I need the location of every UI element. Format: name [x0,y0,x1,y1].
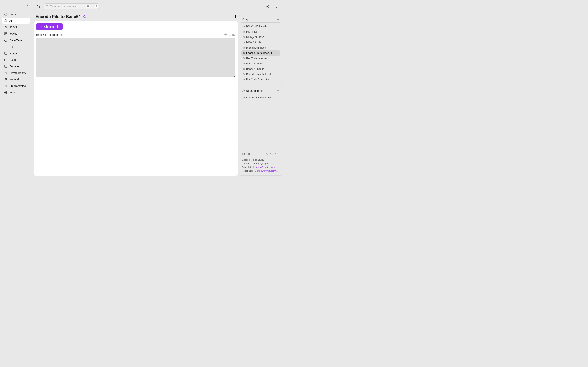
all-tools-list[interactable]: HMAC-MD4 Hash MD4 Hash MD6_224 Hash MD6_… [241,24,280,82]
sidebar-item-color[interactable]: Color [2,57,30,63]
lightning-icon [4,84,7,87]
tool-panel: Encode File to Base64 Choose File Base64… [34,12,238,175]
copy-button[interactable]: Copy [224,33,235,36]
copy-icon [224,33,227,36]
related-tools-header[interactable]: Related Tools [241,88,280,94]
sidebar-item-label: All [9,19,12,22]
tool-item[interactable]: HMAC-MD4 Hash [241,24,280,29]
clock-icon [4,39,7,42]
home-icon [4,12,7,16]
check-icon[interactable] [273,153,276,155]
sidebar-item-datetime[interactable]: Date/Time [2,37,30,43]
panel-toggle-button[interactable] [233,15,236,18]
svg-rect-0 [4,33,5,33]
info-tool-name: Encode File to Base64 [242,159,279,161]
tool-item[interactable]: Base32 Decode [241,61,280,66]
sidebar-item-yaml[interactable]: YAML [2,31,30,37]
bell-icon [243,57,245,59]
search-input[interactable] [50,5,84,8]
svg-point-14 [268,7,269,8]
sidebar-item-label: Web [9,91,15,94]
sidebar-item-network[interactable]: Network [2,76,30,82]
bell-icon [243,73,245,75]
globe-icon [4,91,7,94]
palette-icon [4,58,7,61]
search-icon [45,5,48,8]
sidebar-item-home[interactable]: Home [2,11,30,17]
globe-icon[interactable] [270,153,273,155]
all-tools-header[interactable]: All [241,17,280,23]
page-title: Encode File to Base64 [35,14,81,19]
tool-item[interactable]: Bar Code Generator [241,77,280,82]
tool-item[interactable]: MD4 Hash [241,29,280,34]
tool-item[interactable]: MD6_384 Hash [241,40,280,45]
tool-item[interactable]: Base32 Encode [241,66,280,72]
sidebar-item-text[interactable]: Text [2,44,30,50]
right-panel: All HMAC-MD4 Hash MD4 Hash MD6_224 Hash … [239,15,282,175]
sidebar: Home All JSON YAML Date/Time Text Image [0,0,32,177]
choose-file-label: Choose File [44,25,60,28]
tool-item-label: Bar Code Generator [246,78,269,81]
tool-link[interactable]: https://t.he3app.co... [253,166,277,168]
sidebar-item-label: Encode [9,65,19,68]
kbd-k: K [95,5,98,8]
image-icon [4,52,7,55]
sidebar-item-web[interactable]: Web [2,89,30,95]
chevron-down-icon[interactable] [277,153,279,155]
output-textarea[interactable] [36,38,235,77]
svg-point-6 [5,53,6,53]
sidebar-item-json[interactable]: JSON [2,24,30,30]
feedback-label: Feedback: [242,170,253,172]
feedback-link[interactable]: https://github.com/... [254,170,278,172]
grid-icon [4,32,7,35]
bell-icon [243,68,245,70]
bell-icon [243,25,245,28]
sidebar-item-image[interactable]: Image [2,50,30,56]
bell-icon [4,19,7,22]
sidebar-item-label: Cryptography [9,71,26,75]
svg-rect-1 [6,33,7,33]
bell-icon [243,31,245,33]
user-button[interactable] [276,4,279,8]
search-box[interactable]: ⌘ + K [44,3,99,9]
text-icon [4,45,7,48]
topbar-home-button[interactable] [36,4,40,8]
favorite-button[interactable] [83,15,86,18]
sidebar-item-all[interactable]: All [2,17,30,24]
tool-item-label: MD4 Hash [246,30,258,33]
sidebar-item-encode[interactable]: Encode [2,63,30,69]
kbd-cmd: ⌘ [86,5,90,8]
svg-rect-18 [225,34,227,36]
share-button[interactable] [266,4,270,8]
copy-icon[interactable] [267,153,269,155]
bell-icon [242,18,245,21]
sidebar-item-label: Home [9,13,17,16]
sidebar-item-label: YAML [9,32,17,35]
tool-item-label: MD6_224 Hash [246,36,264,39]
wrench-icon [242,89,245,92]
svg-rect-3 [6,34,7,35]
wifi-icon [4,78,7,81]
sidebar-item-programming[interactable]: Programming [2,83,30,89]
swap-icon [4,65,7,68]
kbd-plus: + [92,5,93,7]
svg-rect-20 [268,154,269,155]
svg-point-11 [46,5,48,7]
bell-icon [243,36,245,38]
choose-file-button[interactable]: Choose File [36,24,63,30]
sidebar-item-cryptography[interactable]: Cryptography [2,70,30,76]
sidebar-collapse-button[interactable] [26,3,29,7]
tool-item[interactable]: Bar Code Scanner [241,56,280,61]
tool-item[interactable]: MD6_224 Hash [241,34,280,40]
svg-rect-23 [254,167,255,168]
tool-item[interactable]: Decode Base64 to File [241,95,280,100]
tool-item-label: Decode Base64 to File [246,96,272,99]
tool-item[interactable]: Ripemd256 Hash [241,45,280,50]
bell-icon [243,97,245,99]
svg-rect-2 [4,34,5,35]
tool-item[interactable]: Encode File to Base64 [241,50,280,56]
tool-item[interactable]: Decode Base64 to File [241,72,280,77]
bell-icon [243,78,245,81]
sidebar-item-label: Date/Time [9,39,22,42]
related-tools-title: Related Tools [246,89,263,92]
